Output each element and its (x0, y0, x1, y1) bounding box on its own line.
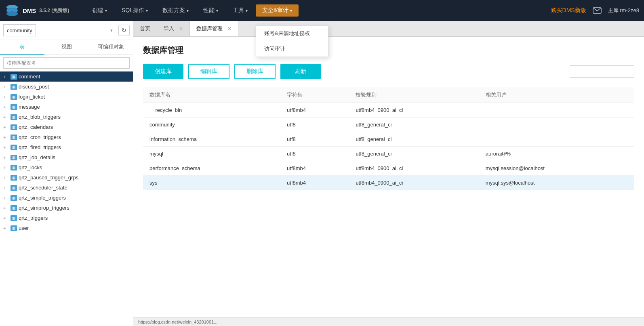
sidebar-tree: + ▦ comment + ▦ discuss_post + ▦ login_t… (0, 72, 133, 326)
tree-item-label: message (19, 104, 40, 110)
sidebar-tabs: 表 视图 可编程对象 (0, 40, 133, 55)
sidebar-item-login_ticket[interactable]: + ▦ login_ticket (0, 92, 133, 102)
sidebar-item-qrtz_cron_triggers[interactable]: + ▦ qrtz_cron_triggers (0, 132, 133, 142)
expand-icon: + (3, 206, 9, 210)
sidebar-item-comment[interactable]: + ▦ comment (0, 72, 133, 82)
table-row[interactable]: __recycle_bin__ utf8mb4 utf8mb4_0900_ai_… (143, 103, 634, 118)
sidebar-item-qrtz_fired_triggers[interactable]: + ▦ qrtz_fired_triggers (0, 142, 133, 152)
table-row[interactable]: mysql utf8 utf8_general_ci aurora@% (143, 147, 634, 161)
dd-access-audit[interactable]: 访问审计 (256, 41, 328, 57)
create-db-button[interactable]: 创建库 (143, 64, 183, 79)
tab-db-manage-close[interactable]: ✕ (227, 26, 232, 32)
table-row[interactable]: community utf8 utf8_general_ci (143, 118, 634, 132)
table-icon: ▦ (11, 215, 17, 221)
cell-charset: utf8mb4 (280, 176, 349, 190)
tree-item-label: qrtz_paused_trigger_grps (19, 175, 78, 181)
db-table: 数据库名 字符集 校验规则 相关用户 __recycle_bin__ utf8m… (143, 87, 634, 190)
app-logo: DMS 3.5.2 (免费版) (5, 3, 78, 18)
sidebar-refresh-button[interactable]: ↻ (118, 25, 130, 36)
sidebar-tab-table[interactable]: 表 (0, 40, 44, 55)
cell-user: aurora@% (479, 147, 634, 161)
tab-home[interactable]: 首页 (133, 21, 157, 36)
sidebar-item-qrtz_scheduler_state[interactable]: + ▦ qrtz_scheduler_state (0, 183, 133, 193)
table-icon: ▦ (11, 165, 17, 170)
table-icon: ▦ (11, 185, 17, 191)
table-row[interactable]: performance_schema utf8mb4 utf8mb4_0900_… (143, 161, 634, 176)
mail-icon-area[interactable] (593, 7, 602, 14)
table-icon: ▦ (11, 155, 17, 160)
col-charset: 字符集 (280, 87, 349, 103)
table-row[interactable]: information_schema utf8 utf8_general_ci (143, 132, 634, 147)
nav-menu: 创建▾ SQL操作▾ 数据方案▾ 性能▾ 工具▾ 安全&审计▾ 账号&来源地址授… (86, 4, 545, 17)
cell-charset: utf8mb4 (280, 161, 349, 176)
db-selector[interactable]: community (3, 24, 36, 36)
sidebar-item-discuss_post[interactable]: + ▦ discuss_post (0, 82, 133, 92)
cell-charset: utf8 (280, 132, 349, 147)
edit-db-button[interactable]: 编辑库 (188, 64, 229, 79)
col-collation: 校验规则 (349, 87, 479, 103)
sidebar-item-qrtz_simprop_triggers[interactable]: + ▦ qrtz_simprop_triggers (0, 203, 133, 213)
sidebar-item-qrtz_job_details[interactable]: + ▦ qrtz_job_details (0, 152, 133, 162)
tab-import[interactable]: 导入 ✕ (157, 21, 190, 36)
sidebar-search-input[interactable] (3, 57, 130, 69)
cell-collation: utf8_general_ci (349, 118, 479, 132)
table-icon: ▦ (11, 74, 17, 80)
sidebar-tab-programmable[interactable]: 可编程对象 (88, 40, 133, 55)
nav-data-plan[interactable]: 数据方案▾ (156, 4, 195, 17)
nav-tools[interactable]: 工具▾ (226, 4, 254, 17)
expand-icon: + (3, 74, 9, 79)
expand-icon: + (3, 145, 9, 150)
expand-icon: + (3, 155, 9, 160)
expand-icon: + (3, 185, 9, 190)
tab-db-manage[interactable]: 数据库管理 ✕ (190, 21, 238, 36)
page-title: 数据库管理 (143, 45, 634, 56)
tree-item-label: qrtz_simple_triggers (19, 195, 66, 201)
table-search-input[interactable] (570, 65, 634, 78)
expand-icon: + (3, 105, 9, 109)
status-url: https://blog.csdn.net/weixin_43201001... (138, 320, 217, 324)
sidebar-item-qrtz_blob_triggers[interactable]: + ▦ qrtz_blob_triggers (0, 112, 133, 122)
tree-item-label: qrtz_triggers (19, 215, 48, 221)
table-row[interactable]: sys utf8mb4 utf8mb4_0900_ai_ci mysql.sys… (143, 176, 634, 190)
sidebar-item-message[interactable]: + ▦ message (0, 102, 133, 112)
mail-icon (593, 7, 602, 14)
sidebar-item-qrtz_paused_trigger_grps[interactable]: + ▦ qrtz_paused_trigger_grps (0, 172, 133, 183)
nav-security[interactable]: 安全&审计▾ 账号&来源地址授权 访问审计 (256, 4, 299, 17)
table-icon: ▦ (11, 145, 17, 150)
dd-account-auth[interactable]: 账号&来源地址授权 (256, 26, 328, 41)
sidebar-item-qrtz_simple_triggers[interactable]: + ▦ qrtz_simple_triggers (0, 193, 133, 203)
nav-right: 主库 rm-2ze8 (593, 7, 639, 14)
refresh-button[interactable]: 刷新 (280, 64, 321, 79)
tree-item-label: login_ticket (19, 94, 45, 100)
tree-item-label: qrtz_locks (19, 164, 42, 170)
delete-db-button[interactable]: 删除库 (234, 64, 276, 79)
status-bar: https://blog.csdn.net/weixin_43201001... (133, 317, 644, 326)
sidebar-item-qrtz_calendars[interactable]: + ▦ qrtz_calendars (0, 122, 133, 132)
tree-item-label: qrtz_cron_triggers (19, 134, 61, 140)
app-version: 3.5.2 (免费版) (39, 7, 69, 14)
tab-import-close[interactable]: ✕ (179, 26, 183, 32)
cell-db-name: community (143, 118, 280, 132)
expand-icon: + (3, 165, 9, 170)
expand-icon: + (3, 84, 9, 89)
nav-create[interactable]: 创建▾ (86, 4, 114, 17)
sidebar-item-user[interactable]: + ▦ user (0, 223, 133, 233)
table-icon: ▦ (11, 205, 17, 211)
table-icon: ▦ (11, 124, 17, 130)
main-layout: community ↻ 表 视图 可编程对象 + ▦ comment + ▦ d… (0, 21, 644, 326)
table-icon: ▦ (11, 94, 17, 100)
nav-performance[interactable]: 性能▾ (197, 4, 225, 17)
sidebar-search-area (0, 55, 133, 72)
table-icon: ▦ (11, 114, 17, 120)
db-selector-wrapper: community (3, 24, 116, 36)
sidebar-tab-view[interactable]: 视图 (44, 40, 89, 55)
sidebar-item-qrtz_locks[interactable]: + ▦ qrtz_locks (0, 162, 133, 172)
security-dropdown: 账号&来源地址授权 访问审计 (256, 25, 328, 57)
nav-buy-button[interactable]: 购买DMS新版 (545, 4, 593, 17)
host-label: 主库 rm-2ze8 (608, 7, 639, 14)
col-related-user: 相关用户 (479, 87, 634, 103)
expand-icon: + (3, 95, 9, 99)
tree-item-label: qrtz_simprop_triggers (19, 205, 69, 211)
sidebar-item-qrtz_triggers[interactable]: + ▦ qrtz_triggers (0, 213, 133, 223)
nav-sql[interactable]: SQL操作▾ (115, 4, 154, 17)
